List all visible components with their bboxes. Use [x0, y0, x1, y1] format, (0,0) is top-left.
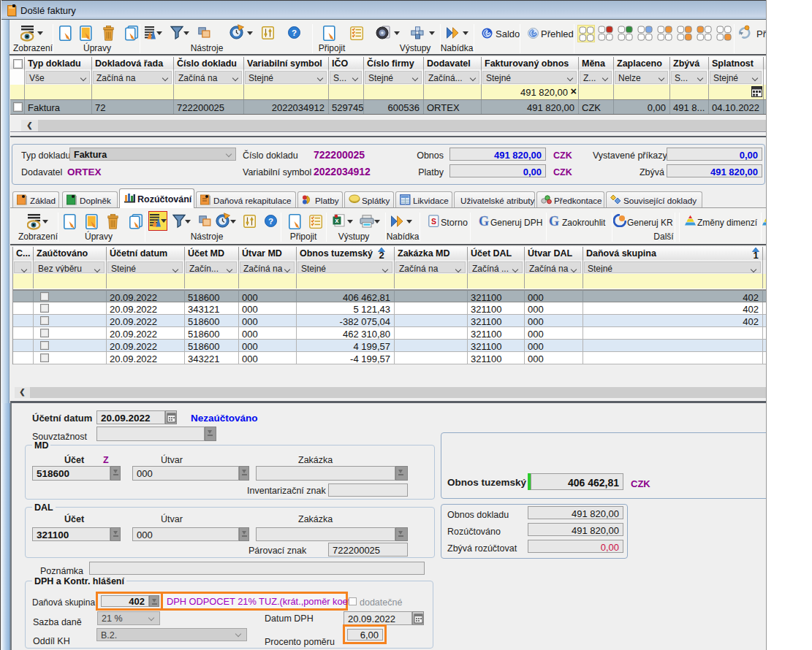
svg-text:S: S [431, 217, 436, 226]
svg-text:?: ? [292, 28, 297, 37]
svg-text:G: G [479, 214, 489, 227]
svg-text:2: 2 [379, 250, 384, 259]
svg-text:1: 1 [753, 250, 758, 259]
svg-text:?: ? [268, 217, 273, 226]
svg-text:G: G [549, 214, 559, 227]
